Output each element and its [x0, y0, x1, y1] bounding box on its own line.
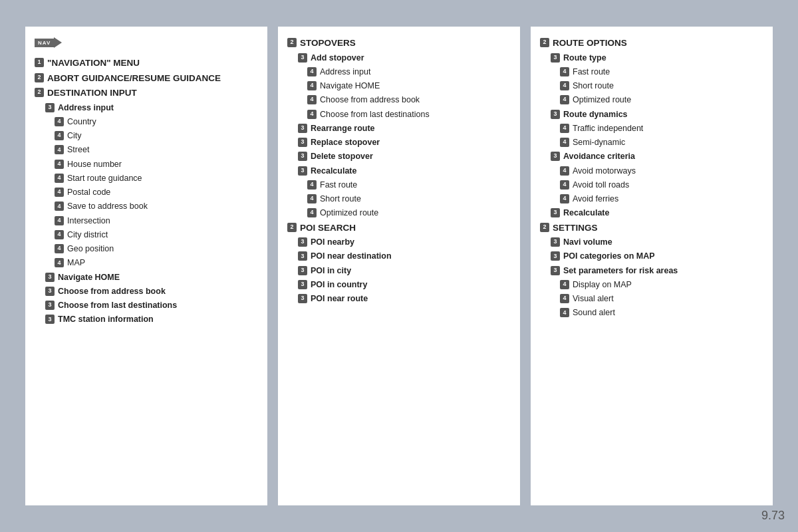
item-label: Address input [58, 102, 114, 113]
level-badge: 4 [307, 110, 317, 119]
menu-item: 4Optimized route [540, 94, 763, 105]
level-badge: 4 [55, 216, 64, 225]
level-badge: 4 [307, 194, 317, 203]
menu-item: 3Rearrange route [287, 123, 511, 134]
item-label: Optimized route [573, 94, 631, 105]
level-badge: 4 [560, 308, 569, 317]
item-label: Country [67, 116, 96, 127]
level-badge: 3 [45, 315, 55, 324]
menu-item: 4Avoid ferries [540, 194, 763, 204]
level-badge: 4 [560, 138, 569, 147]
menu-item: 4Address input [287, 66, 511, 77]
item-label: Add stopover [311, 53, 364, 63]
item-label: Sound alert [573, 307, 615, 318]
level-badge: 4 [307, 81, 317, 90]
item-label: Route type [563, 53, 606, 63]
item-label: City [67, 130, 82, 141]
level-badge: 3 [45, 301, 55, 310]
item-label: Choose from last destinations [58, 300, 177, 311]
menu-item: 2POI SEARCH [287, 222, 511, 234]
item-label: Rearrange route [311, 123, 375, 134]
item-label: Avoid motorways [573, 166, 636, 176]
menu-item: 3Recalculate [287, 166, 511, 176]
level-badge: 4 [560, 280, 569, 289]
item-label: Recalculate [563, 207, 609, 218]
item-label: Set parameters for risk areas [563, 265, 678, 276]
item-label: STOPOVERS [300, 37, 356, 49]
level-badge: 3 [298, 166, 307, 176]
level-badge: 3 [298, 251, 307, 261]
level-badge: 4 [55, 174, 64, 183]
level-badge: 3 [45, 273, 55, 282]
level-badge: 3 [298, 280, 307, 289]
item-label: Delete stopover [311, 151, 373, 162]
item-label: Short route [320, 194, 361, 204]
level-badge: 4 [560, 180, 569, 190]
item-label: POI near destination [311, 251, 392, 261]
item-label: ABORT GUIDANCE/RESUME GUIDANCE [47, 72, 221, 84]
level-badge: 4 [55, 131, 64, 140]
item-label: Optimized route [320, 207, 378, 218]
level-badge: 3 [298, 294, 307, 303]
level-badge: 3 [45, 287, 55, 296]
item-label: Navigate HOME [320, 80, 380, 91]
menu-item: 3POI categories on MAP [540, 251, 763, 261]
level-badge: 3 [551, 152, 560, 161]
item-label: POI near route [311, 293, 368, 304]
item-label: Start route guidance [67, 173, 142, 184]
level-badge: 3 [551, 237, 560, 247]
menu-item: 3Address input [35, 102, 258, 113]
menu-item: 4Traffic independent [540, 123, 763, 134]
item-label: POI nearby [311, 237, 354, 247]
level-badge: 4 [560, 166, 569, 176]
level-badge: 4 [560, 67, 569, 76]
menu-item: 4Choose from address book [287, 94, 511, 105]
menu-item: 4Navigate HOME [287, 80, 511, 91]
item-label: Avoidance criteria [563, 151, 635, 162]
level-badge: 2 [35, 73, 44, 82]
item-label: MAP [67, 257, 85, 268]
menu-item: 3Route type [540, 53, 763, 63]
level-badge: 3 [551, 53, 560, 63]
menu-item: 4Display on MAP [540, 279, 763, 290]
item-label: Display on MAP [573, 279, 632, 290]
item-label: Choose from address book [320, 94, 420, 105]
item-label: POI SEARCH [300, 222, 356, 234]
item-label: Choose from address book [58, 286, 166, 297]
menu-item: 1"NAVIGATION" MENU [35, 57, 258, 69]
menu-item: 3Replace stopover [287, 137, 511, 148]
level-badge: 2 [35, 88, 44, 97]
menu-item: 4Avoid motorways [540, 166, 763, 176]
item-label: Recalculate [311, 166, 356, 176]
item-label: Save to address book [67, 201, 148, 211]
item-label: DESTINATION INPUT [47, 87, 137, 99]
level-badge: 2 [287, 38, 297, 47]
level-badge: 4 [55, 145, 64, 154]
level-badge: 4 [560, 124, 569, 133]
menu-item: 4Visual alert [540, 293, 763, 304]
item-label: POI categories on MAP [563, 251, 655, 261]
item-label: Address input [320, 66, 370, 77]
level-badge: 4 [55, 160, 64, 169]
nav-logo-row: NAV [35, 37, 258, 48]
level-badge: 3 [298, 237, 307, 247]
level-badge: 3 [551, 251, 560, 261]
menu-item: 3Route dynamics [540, 109, 763, 120]
item-label: Navi volume [563, 237, 612, 247]
level-badge: 4 [560, 194, 569, 203]
level-badge: 4 [307, 180, 317, 190]
menu-item: 3Add stopover [287, 53, 511, 63]
menu-item: 4City [35, 130, 258, 141]
menu-item: 4Choose from last destinations [287, 109, 511, 120]
level-badge: 3 [551, 208, 560, 217]
item-label: "NAVIGATION" MENU [47, 57, 140, 69]
level-badge: 3 [298, 266, 307, 275]
level-badge: 3 [298, 138, 307, 147]
item-label: City district [67, 229, 108, 240]
item-label: Intersection [67, 215, 110, 226]
menu-item: 3POI in city [287, 265, 511, 276]
menu-item: 4Avoid toll roads [540, 180, 763, 190]
menu-item: 4Fast route [540, 66, 763, 77]
item-label: Route dynamics [563, 109, 628, 120]
level-badge: 4 [307, 67, 317, 76]
